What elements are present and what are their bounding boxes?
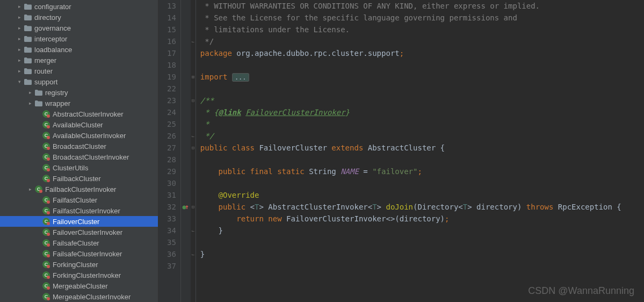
code-line[interactable]: import ... (200, 71, 644, 83)
class-icon: C (42, 249, 50, 258)
tree-item-failsafeclusterinvoker[interactable]: ▸CFailsafeClusterInvoker (0, 248, 158, 259)
tree-item-failfastcluster[interactable]: ▸CFailfastCluster (0, 195, 158, 205)
code-line[interactable] (200, 83, 644, 95)
svg-point-32 (47, 222, 50, 225)
code-line[interactable]: public class FailoverCluster extends Abs… (200, 142, 644, 154)
tree-item-label: governance (34, 24, 71, 32)
chevron-down-icon[interactable]: ▾ (16, 79, 23, 84)
code-line[interactable]: /** (200, 95, 644, 106)
class-icon: C (42, 260, 50, 269)
chevron-right-icon[interactable]: ▸ (16, 15, 23, 20)
svg-point-54 (182, 206, 186, 210)
line-number: 17 (167, 47, 176, 59)
tree-item-abstractclusterinvoker[interactable]: ▸CAbstractClusterInvoker (0, 109, 158, 119)
code-line[interactable]: * {@link FailoverClusterInvoker} (200, 106, 644, 118)
chevron-right-icon[interactable]: ▸ (16, 4, 23, 9)
tree-item-governance[interactable]: ▸governance (0, 23, 158, 33)
code-line[interactable]: package org.apache.dubbo.rpc.cluster.sup… (200, 47, 644, 59)
tree-item-failfastclusterinvoker[interactable]: ▸CFailfastClusterInvoker (0, 205, 158, 216)
tree-item-mergeableclusterinvoker[interactable]: ▸CMergeableClusterInvoker (0, 291, 158, 302)
svg-point-47 (47, 276, 50, 279)
code-line[interactable] (200, 236, 644, 248)
chevron-right-icon[interactable]: ▸ (16, 68, 23, 74)
chevron-right-icon[interactable]: ▸ (16, 57, 23, 63)
code-line[interactable]: * (200, 118, 644, 130)
chevron-right-icon[interactable]: ▸ (27, 90, 33, 95)
tree-item-label: support (34, 78, 57, 86)
chevron-right-icon[interactable]: ▸ (27, 186, 33, 192)
tree-item-interceptor[interactable]: ▸interceptor (0, 33, 158, 44)
tree-item-label: directory (34, 13, 61, 21)
folder-icon (34, 99, 43, 107)
line-number: 36 (167, 248, 176, 260)
tree-item-wrapper[interactable]: ▸wrapper (0, 98, 158, 109)
code-line[interactable]: public <T> AbstractClusterInvoker<T> doJ… (200, 201, 644, 213)
tree-item-broadcastclusterinvoker[interactable]: ▸CBroadcastClusterInvoker (0, 152, 158, 162)
tree-item-merger[interactable]: ▸merger (0, 55, 158, 66)
class-icon: C (42, 292, 50, 301)
marker-column (181, 0, 191, 302)
tree-item-label: FailbackClusterInvoker (45, 185, 116, 193)
code-line[interactable]: @Override (200, 189, 644, 201)
tree-item-forkingclusterinvoker[interactable]: ▸CForkingClusterInvoker (0, 270, 158, 281)
code-line[interactable]: public final static String NAME = "failo… (200, 166, 644, 177)
tree-item-availableclusterinvoker[interactable]: ▸CAvailableClusterInvoker (0, 130, 158, 141)
code-line[interactable] (200, 260, 644, 272)
tree-item-failbackclusterinvoker[interactable]: ▸CFailbackClusterInvoker (0, 184, 158, 195)
tree-item-failbackcluster[interactable]: ▸CFailbackCluster (0, 173, 158, 184)
fold-collapse-icon[interactable]: ⊟ (191, 98, 196, 103)
code-area[interactable]: * WITHOUT WARRANTIES OR CONDITIONS OF AN… (196, 0, 644, 302)
code-line[interactable] (200, 59, 644, 71)
folder-icon (24, 56, 32, 64)
code-line[interactable]: */ (200, 35, 644, 47)
line-number: 13 (167, 0, 176, 12)
fold-column[interactable]: ⌐⊞⊟⌐⊟⊟⌐⌐ (191, 0, 196, 302)
svg-point-20 (47, 179, 50, 182)
tree-item-directory[interactable]: ▸directory (0, 12, 158, 23)
tree-item-forkingcluster[interactable]: ▸CForkingCluster (0, 259, 158, 270)
tree-item-availablecluster[interactable]: ▸CAvailableCluster (0, 119, 158, 130)
chevron-right-icon[interactable]: ▸ (27, 100, 33, 106)
tree-item-configurator[interactable]: ▸configurator (0, 1, 158, 12)
fold-collapse-icon[interactable]: ⊟ (191, 146, 196, 150)
line-number: 18 (167, 59, 176, 71)
code-line[interactable]: } (200, 248, 644, 260)
code-line[interactable]: */ (200, 130, 644, 142)
folder-icon (24, 45, 32, 54)
code-line[interactable] (200, 154, 644, 166)
code-line[interactable] (200, 177, 644, 189)
svg-point-44 (47, 265, 50, 268)
class-icon: C (42, 282, 50, 290)
chevron-right-icon[interactable]: ▸ (16, 36, 23, 41)
fold-expand-icon[interactable]: ⊞ (191, 75, 196, 80)
tree-item-label: FailsafeClusterInvoker (53, 250, 122, 258)
tree-item-router[interactable]: ▸router (0, 66, 158, 76)
tree-item-loadbalance[interactable]: ▸loadbalance (0, 44, 158, 55)
svg-point-5 (47, 125, 50, 128)
fold-collapse-icon[interactable]: ⊟ (191, 205, 196, 210)
line-number: 15 (167, 24, 176, 35)
tree-item-label: ForkingClusterInvoker (53, 271, 121, 279)
code-line[interactable]: * limitations under the License. (200, 24, 644, 35)
tree-item-label: FailoverCluster (53, 218, 99, 226)
folder-icon (34, 88, 43, 97)
code-line[interactable]: * WITHOUT WARRANTIES OR CONDITIONS OF AN… (200, 0, 644, 12)
line-number: 31 (167, 189, 176, 201)
code-editor[interactable]: 1314151617181922232425262728293031323334… (158, 0, 644, 302)
folder-icon (24, 67, 32, 75)
tree-item-failsafecluster[interactable]: ▸CFailsafeCluster (0, 238, 158, 248)
code-line[interactable]: * See the License for the specific langu… (200, 12, 644, 24)
chevron-right-icon[interactable]: ▸ (16, 25, 23, 31)
code-line[interactable]: return new FailoverClusterInvoker<>(dire… (200, 213, 644, 225)
tree-item-support[interactable]: ▾support (0, 76, 158, 87)
tree-item-label: FailbackCluster (53, 175, 101, 183)
tree-item-broadcastcluster[interactable]: ▸CBroadcastCluster (0, 141, 158, 152)
tree-item-clusterutils[interactable]: ▸CClusterUtils (0, 162, 158, 173)
project-tree[interactable]: ▸configurator▸directory▸governance▸inter… (0, 0, 158, 302)
tree-item-failovercluster[interactable]: ▸CFailoverCluster (0, 216, 158, 227)
tree-item-failoverclusterinvoker[interactable]: ▸CFailoverClusterInvoker (0, 227, 158, 238)
tree-item-registry[interactable]: ▸registry (0, 87, 158, 98)
chevron-right-icon[interactable]: ▸ (16, 47, 23, 52)
tree-item-mergeablecluster[interactable]: ▸CMergeableCluster (0, 281, 158, 291)
code-line[interactable]: } (200, 225, 644, 236)
